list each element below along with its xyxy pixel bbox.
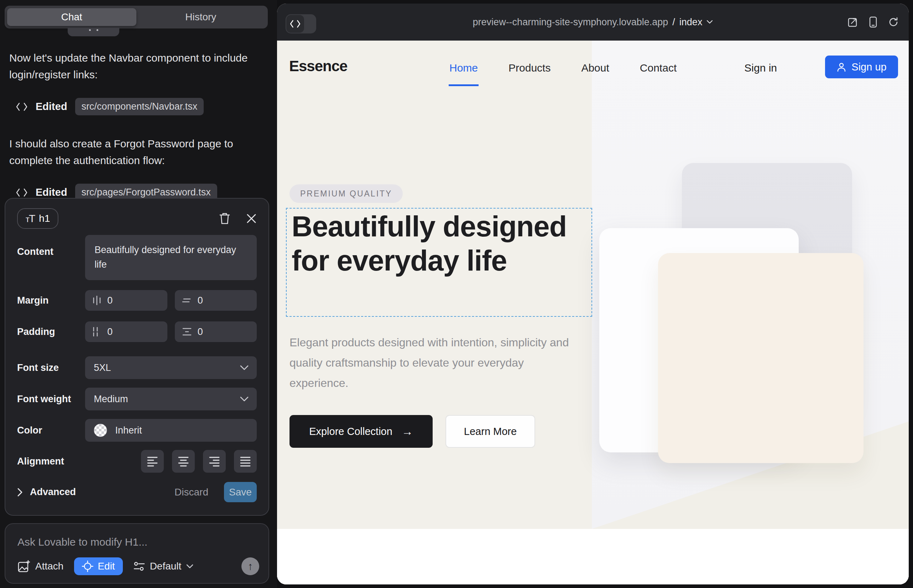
- user-icon: [837, 62, 847, 72]
- align-left-button[interactable]: [141, 450, 164, 473]
- hero-paragraph: Elegant products designed with intention…: [290, 333, 578, 393]
- padding-row: Padding 0 0: [17, 321, 257, 342]
- edited-file-chip[interactable]: src/components/Navbar.tsx: [75, 98, 204, 115]
- code-icon: [16, 102, 28, 111]
- explore-collection-button[interactable]: Explore Collection →: [290, 415, 433, 448]
- discard-button[interactable]: Discard: [175, 486, 208, 498]
- send-button[interactable]: ↑: [241, 557, 259, 575]
- chevron-down-icon: [706, 20, 713, 24]
- font-weight-label: Font weight: [17, 394, 85, 405]
- chat-composer: Ask Lovable to modify H1... Attach Edit …: [5, 523, 269, 584]
- margin-vertical-icon: [182, 296, 192, 305]
- selected-element-tag: h1: [39, 213, 50, 224]
- color-label: Color: [17, 425, 85, 436]
- trash-icon[interactable]: [219, 212, 230, 225]
- attach-image-icon: [18, 560, 30, 573]
- chat-messages: Now let's update the Navbar component to…: [9, 50, 264, 221]
- editor-header: тT h1: [17, 207, 257, 230]
- preview-url-bar[interactable]: preview--charming-site-symphony.lovable.…: [277, 3, 909, 40]
- nav-link-home[interactable]: Home: [449, 62, 478, 74]
- font-weight-row: Font weight Medium: [17, 388, 257, 410]
- target-icon: [82, 561, 93, 572]
- site-navbar: Essence Home Products About Contact Sign…: [277, 40, 909, 108]
- padding-horizontal-icon: [92, 327, 102, 337]
- sign-up-button[interactable]: Sign up: [825, 55, 898, 78]
- align-justify-icon: [240, 456, 251, 467]
- site-logo[interactable]: Essence: [289, 58, 347, 75]
- close-icon[interactable]: [246, 213, 257, 224]
- margin-horizontal-icon: [92, 296, 102, 305]
- margin-y-input[interactable]: 0: [175, 290, 257, 311]
- chevron-down-icon: [240, 396, 249, 402]
- font-size-label: Font size: [17, 362, 85, 373]
- font-size-row: Font size 5XL: [17, 356, 257, 379]
- edited-file-row: Edited src/components/Navbar.tsx: [16, 98, 264, 115]
- arrow-right-icon: →: [401, 425, 413, 438]
- preview-page-name: index: [680, 17, 703, 28]
- sign-in-link[interactable]: Sign in: [744, 62, 777, 74]
- hero-decor-cream-card: [658, 253, 863, 463]
- margin-label: Margin: [17, 295, 85, 306]
- selected-element-pill[interactable]: тT h1: [17, 208, 58, 229]
- tab-chat[interactable]: Chat: [7, 8, 136, 26]
- scrolled-chip-partial: [68, 28, 119, 36]
- content-label: Content: [17, 246, 85, 257]
- edited-label: Edited: [36, 186, 67, 198]
- assistant-message: Now let's update the Navbar component to…: [9, 50, 255, 83]
- mobile-view-icon[interactable]: [869, 16, 877, 28]
- save-button[interactable]: Save: [224, 482, 257, 502]
- chevron-down-icon: [240, 365, 249, 370]
- alignment-row: Alignment: [17, 450, 257, 473]
- chevron-right-icon: [17, 488, 23, 497]
- selected-h1-outline[interactable]: Beautifully designed for everyday life: [286, 208, 592, 317]
- refresh-icon[interactable]: [888, 17, 899, 27]
- site-viewport: Essence Home Products About Contact Sign…: [277, 40, 909, 585]
- margin-x-input[interactable]: 0: [85, 290, 167, 311]
- align-right-icon: [209, 456, 220, 467]
- align-justify-button[interactable]: [234, 450, 257, 473]
- composer-input[interactable]: Ask Lovable to modify H1...: [18, 536, 147, 548]
- code-icon: [16, 188, 28, 197]
- premium-quality-badge: PREMIUM QUALITY: [290, 184, 403, 203]
- sliders-icon: [134, 561, 145, 572]
- align-left-icon: [147, 456, 158, 467]
- model-default-select[interactable]: Default: [134, 561, 194, 572]
- padding-x-input[interactable]: 0: [85, 321, 167, 342]
- attach-button[interactable]: Attach: [18, 560, 63, 573]
- tab-history[interactable]: History: [136, 8, 265, 26]
- chat-history-tabbar: Chat History: [5, 6, 268, 29]
- content-textarea[interactable]: Beautifully designed for everyday life: [85, 235, 257, 280]
- color-row: Color Inherit: [17, 419, 257, 442]
- color-select[interactable]: Inherit: [85, 419, 257, 442]
- preview-topbar: preview--charming-site-symphony.lovable.…: [277, 3, 909, 40]
- learn-more-button[interactable]: Learn More: [445, 415, 535, 448]
- align-center-button[interactable]: [172, 450, 195, 473]
- section-below-hero: [277, 529, 909, 585]
- padding-vertical-icon: [182, 327, 192, 336]
- chevron-down-icon: [186, 564, 193, 569]
- nav-link-products[interactable]: Products: [508, 62, 550, 74]
- font-weight-select[interactable]: Medium: [85, 388, 257, 410]
- open-external-icon[interactable]: [847, 17, 858, 27]
- element-editor-panel: тT h1 Content Beautifully designed for e…: [5, 198, 269, 516]
- hero-heading: Beautifully designed for everyday life: [291, 209, 587, 278]
- advanced-toggle[interactable]: Advanced: [17, 486, 76, 498]
- editor-footer: Advanced Discard Save: [17, 482, 257, 502]
- color-swatch-transparent: [94, 423, 107, 437]
- nav-link-about[interactable]: About: [581, 62, 609, 74]
- path-separator: /: [672, 17, 675, 28]
- chat-sidebar: Chat History Now let's update the Navbar…: [0, 0, 277, 588]
- margin-row: Margin 0 0: [17, 290, 257, 311]
- align-center-icon: [178, 456, 189, 467]
- preview-pane: preview--charming-site-symphony.lovable.…: [277, 3, 909, 585]
- text-type-icon: тT: [26, 213, 34, 225]
- app-window: Chat History Now let's update the Navbar…: [0, 0, 913, 588]
- font-size-select[interactable]: 5XL: [85, 356, 257, 379]
- padding-y-input[interactable]: 0: [175, 321, 257, 342]
- nav-link-contact[interactable]: Contact: [640, 62, 677, 74]
- edited-label: Edited: [36, 101, 67, 113]
- arrow-up-icon: ↑: [248, 560, 253, 572]
- content-row: Content Beautifully designed for everyda…: [17, 235, 257, 280]
- align-right-button[interactable]: [203, 450, 226, 473]
- edit-mode-button[interactable]: Edit: [74, 557, 123, 575]
